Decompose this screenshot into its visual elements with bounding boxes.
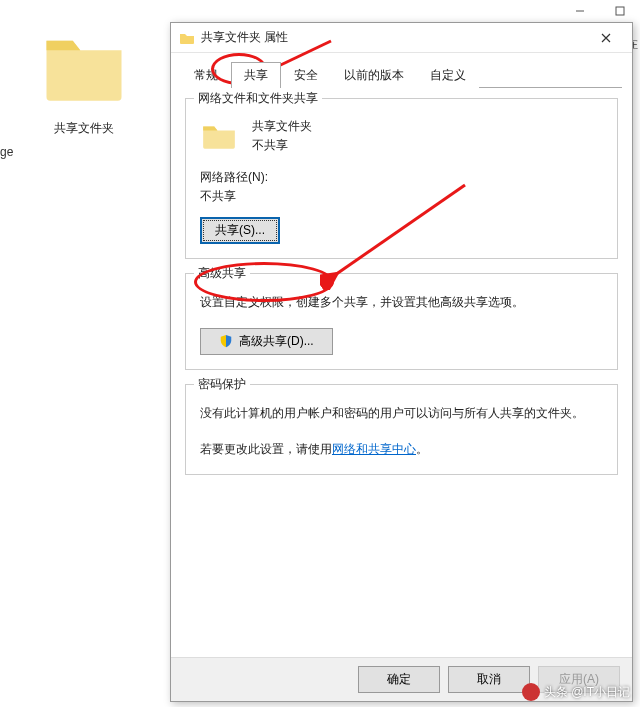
advanced-share-button[interactable]: 高级共享(D)... bbox=[200, 328, 333, 355]
share-button[interactable]: 共享(S)... bbox=[200, 217, 280, 244]
network-path-label: 网络路径(N): bbox=[200, 169, 603, 186]
folder-icon bbox=[39, 22, 129, 112]
maximize-icon[interactable] bbox=[600, 0, 640, 22]
folder-icon bbox=[200, 117, 238, 155]
group-password: 密码保护 没有此计算机的用户帐户和密码的用户可以访问与所有人共享的文件夹。 若要… bbox=[185, 384, 618, 475]
network-path-value: 不共享 bbox=[200, 188, 603, 205]
share-status: 不共享 bbox=[252, 136, 312, 155]
group-advanced-share: 高级共享 设置自定义权限，创建多个共享，并设置其他高级共享选项。 高级共享(D)… bbox=[185, 273, 618, 370]
share-name: 共享文件夹 bbox=[252, 117, 312, 136]
group-network-share: 网络文件和文件夹共享 共享文件夹 不共享 网络路径(N): 不共享 共享(S).… bbox=[185, 98, 618, 259]
group-title: 密码保护 bbox=[194, 376, 250, 393]
tabs-row: 常规 共享 安全 以前的版本 自定义 bbox=[171, 53, 632, 87]
svg-rect-0 bbox=[616, 7, 624, 15]
background-window-controls bbox=[170, 0, 640, 24]
tab-previous-versions[interactable]: 以前的版本 bbox=[331, 62, 417, 88]
watermark: 头条 @IT小日记 bbox=[522, 683, 630, 701]
watermark-text: 头条 @IT小日记 bbox=[544, 684, 630, 701]
cropped-left-label: ge bbox=[0, 145, 13, 159]
tab-general[interactable]: 常规 bbox=[181, 62, 231, 88]
minimize-icon[interactable] bbox=[560, 0, 600, 22]
ok-button[interactable]: 确定 bbox=[358, 666, 440, 693]
advanced-share-label: 高级共享(D)... bbox=[239, 333, 314, 350]
dialog-title: 共享文件夹 属性 bbox=[201, 29, 588, 46]
password-line1: 没有此计算机的用户帐户和密码的用户可以访问与所有人共享的文件夹。 bbox=[200, 403, 603, 425]
properties-dialog: 共享文件夹 属性 常规 共享 安全 以前的版本 自定义 网络文件和文件夹共享 bbox=[170, 22, 633, 702]
tab-customize[interactable]: 自定义 bbox=[417, 62, 479, 88]
cancel-button[interactable]: 取消 bbox=[448, 666, 530, 693]
titlebar[interactable]: 共享文件夹 属性 bbox=[171, 23, 632, 53]
shield-icon bbox=[219, 334, 233, 348]
pw-suffix: 。 bbox=[416, 442, 428, 456]
pw-prefix: 若要更改此设置，请使用 bbox=[200, 442, 332, 456]
close-button[interactable] bbox=[588, 26, 624, 50]
tab-security[interactable]: 安全 bbox=[281, 62, 331, 88]
group-title: 高级共享 bbox=[194, 265, 250, 282]
password-line2: 若要更改此设置，请使用网络和共享中心。 bbox=[200, 439, 603, 461]
desktop-background: ge 共享文件夹 在 共享文件夹 属性 常规 共享 安全 以前的版本 自定义 bbox=[0, 0, 640, 707]
desktop-folder-item[interactable]: 共享文件夹 bbox=[34, 22, 134, 137]
advanced-desc: 设置自定义权限，创建多个共享，并设置其他高级共享选项。 bbox=[200, 292, 603, 314]
dialog-body: 网络文件和文件夹共享 共享文件夹 不共享 网络路径(N): 不共享 共享(S).… bbox=[171, 88, 632, 475]
watermark-avatar-icon bbox=[522, 683, 540, 701]
network-sharing-center-link[interactable]: 网络和共享中心 bbox=[332, 442, 416, 456]
group-title: 网络文件和文件夹共享 bbox=[194, 90, 322, 107]
folder-label: 共享文件夹 bbox=[34, 120, 134, 137]
tab-sharing[interactable]: 共享 bbox=[231, 62, 281, 88]
folder-icon bbox=[179, 30, 195, 46]
